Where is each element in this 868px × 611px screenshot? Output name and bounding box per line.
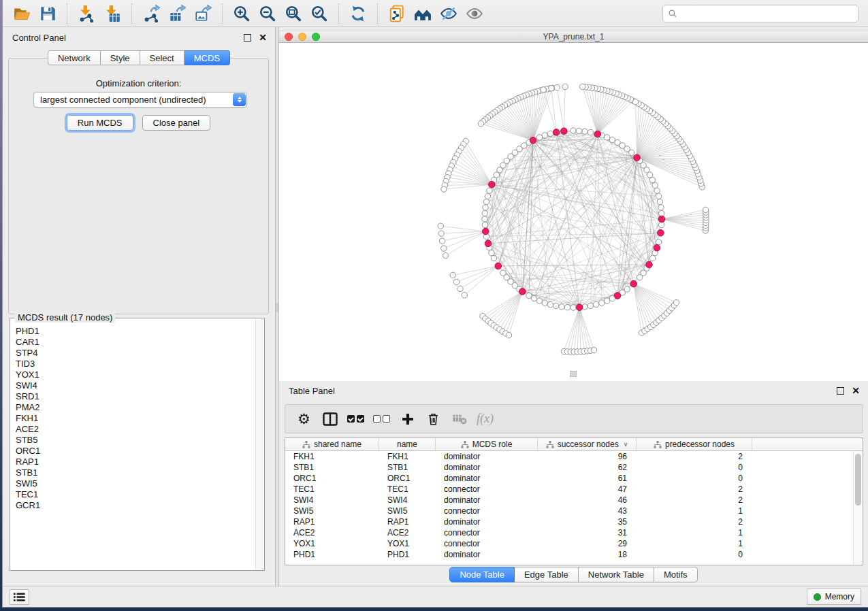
tab-node-table[interactable]: Node Table <box>449 567 515 582</box>
export-network-button[interactable] <box>138 3 164 24</box>
network-node[interactable] <box>632 99 638 105</box>
mcds-hub-node[interactable] <box>658 230 664 237</box>
mcds-result-list[interactable]: PHD1CAR1STP4TID3YOX1SWI4SRD1PMA2FKH1ACE2… <box>11 319 255 569</box>
network-node[interactable] <box>541 87 546 93</box>
first-neighbors-of-selected-button[interactable] <box>410 3 436 24</box>
tab-network[interactable]: Network <box>48 50 101 65</box>
network-node[interactable] <box>536 298 542 303</box>
network-node[interactable] <box>457 286 463 291</box>
mcds-hub-node[interactable] <box>489 181 496 188</box>
mcds-hub-node[interactable] <box>658 216 665 222</box>
tab-mcds[interactable]: MCDS <box>184 50 230 65</box>
column-header-shared-name[interactable]: shared name <box>285 438 379 450</box>
export-image-button[interactable] <box>190 3 216 24</box>
table-row[interactable]: ACE2ACE2connector311 <box>285 527 853 538</box>
mcds-hub-node[interactable] <box>594 131 601 137</box>
float-table-panel-icon[interactable] <box>837 387 844 395</box>
zoom-fit-content-button[interactable] <box>280 3 306 24</box>
mcds-hub-node[interactable] <box>485 240 492 247</box>
network-node[interactable] <box>438 231 444 236</box>
network-node[interactable] <box>536 135 542 140</box>
mcds-hub-node[interactable] <box>614 293 621 299</box>
tab-edge-table[interactable]: Edge Table <box>515 567 579 582</box>
column-header-successor-nodes[interactable]: successor nodes∨ <box>538 438 637 450</box>
network-node[interactable] <box>605 135 610 140</box>
network-node[interactable] <box>656 239 661 244</box>
close-table-panel-icon[interactable]: ✕ <box>852 387 860 395</box>
tab-select[interactable]: Select <box>140 50 184 65</box>
network-node[interactable] <box>489 250 494 256</box>
network-node[interactable] <box>443 253 448 259</box>
result-node-item[interactable]: FKH1 <box>16 413 255 424</box>
network-node[interactable] <box>657 199 662 204</box>
add-column-button[interactable] <box>397 409 418 429</box>
network-node[interactable] <box>478 121 483 127</box>
network-node[interactable] <box>659 222 664 227</box>
result-node-item[interactable]: ORC1 <box>16 446 255 457</box>
deselect-all-button[interactable] <box>371 409 392 429</box>
network-node[interactable] <box>562 84 568 89</box>
result-node-item[interactable]: STP4 <box>16 348 255 359</box>
result-node-item[interactable]: SWI4 <box>16 380 255 391</box>
network-node[interactable] <box>506 332 511 337</box>
network-node[interactable] <box>440 238 445 244</box>
network-node[interactable] <box>450 272 455 278</box>
network-node[interactable] <box>564 305 570 310</box>
task-history-button[interactable] <box>10 589 29 605</box>
network-node[interactable] <box>579 84 585 89</box>
tab-style[interactable]: Style <box>101 50 140 65</box>
network-node[interactable] <box>658 205 664 210</box>
search-box[interactable] <box>662 5 858 22</box>
network-node[interactable] <box>591 347 596 352</box>
result-node-item[interactable]: RAP1 <box>16 457 255 467</box>
show-all-button[interactable] <box>462 3 487 24</box>
network-node[interactable] <box>453 279 459 284</box>
table-row[interactable]: PHD1PHD1dominator180 <box>285 549 853 560</box>
network-node[interactable] <box>441 246 447 251</box>
network-node[interactable] <box>582 129 588 134</box>
network-window-titlebar[interactable]: YPA_prune.txt_1 <box>279 31 868 43</box>
network-node[interactable] <box>593 301 598 307</box>
network-node[interactable] <box>438 223 443 229</box>
network-node[interactable] <box>659 210 664 216</box>
result-node-item[interactable]: PMA2 <box>16 402 255 413</box>
network-node[interactable] <box>542 300 547 306</box>
memory-button[interactable]: Memory <box>807 589 861 605</box>
select-all-button[interactable] <box>345 409 366 429</box>
horizontal-splitter-grip[interactable] <box>570 371 577 377</box>
table-scrollbar[interactable] <box>853 451 863 565</box>
network-node[interactable] <box>570 128 576 133</box>
table-settings-button[interactable]: ⚙ <box>293 409 315 429</box>
table-row[interactable]: RAP1RAP1dominator352 <box>285 516 853 527</box>
zoom-selected-region-button[interactable] <box>306 3 332 24</box>
hide-selected-button[interactable] <box>436 3 462 24</box>
network-node[interactable] <box>588 303 593 308</box>
result-node-item[interactable]: PHD1 <box>16 326 255 337</box>
network-node[interactable] <box>654 188 660 193</box>
float-panel-icon[interactable] <box>244 34 251 42</box>
table-row[interactable]: YOX1YOX1connector291 <box>285 538 853 549</box>
split-view-button[interactable] <box>319 409 340 429</box>
table-row[interactable]: ORC1ORC1dominator610 <box>285 473 853 484</box>
network-node[interactable] <box>483 199 489 204</box>
apply-preferred-layout-button[interactable] <box>345 3 371 24</box>
tab-network-table[interactable]: Network Table <box>579 567 654 582</box>
network-node[interactable] <box>547 131 553 136</box>
mcds-hub-node[interactable] <box>634 154 641 161</box>
result-node-item[interactable]: YOX1 <box>16 369 255 380</box>
search-input[interactable] <box>680 9 853 18</box>
mcds-hub-node[interactable] <box>519 288 526 295</box>
mcds-hub-node[interactable] <box>576 304 583 311</box>
network-node[interactable] <box>549 86 554 91</box>
result-node-item[interactable]: TID3 <box>16 359 255 369</box>
network-node[interactable] <box>559 304 564 310</box>
result-node-item[interactable]: STB1 <box>16 467 255 478</box>
network-node[interactable] <box>673 300 679 306</box>
network-node[interactable] <box>570 305 576 310</box>
network-node[interactable] <box>609 137 615 142</box>
new-network-from-selection-button[interactable] <box>384 3 410 24</box>
column-header-MCDS-role[interactable]: MCDS role <box>436 438 538 450</box>
network-node[interactable] <box>624 286 630 292</box>
result-node-item[interactable]: STB5 <box>16 435 255 446</box>
mcds-hub-node[interactable] <box>483 228 489 235</box>
